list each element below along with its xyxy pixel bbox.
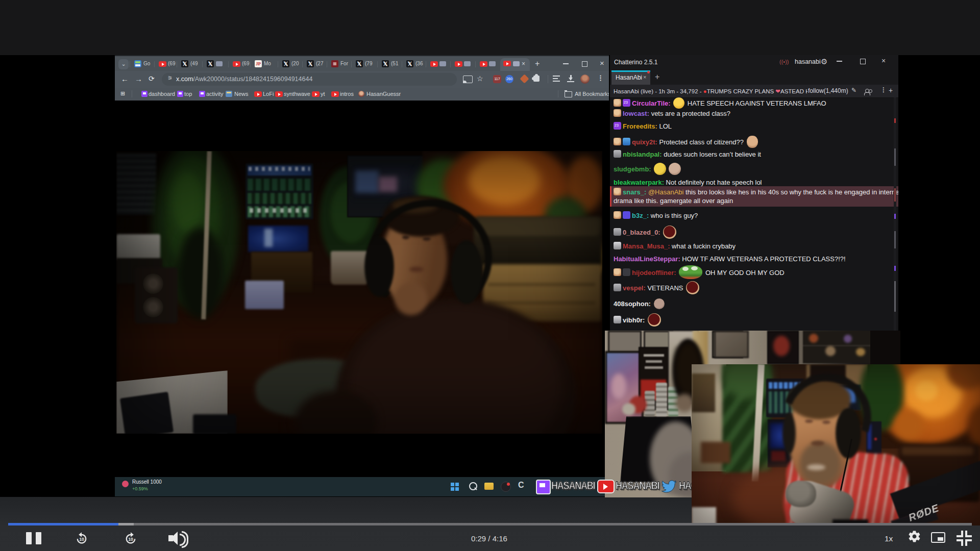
svg-text:10: 10 (79, 537, 84, 542)
svg-text:10: 10 (128, 537, 133, 542)
